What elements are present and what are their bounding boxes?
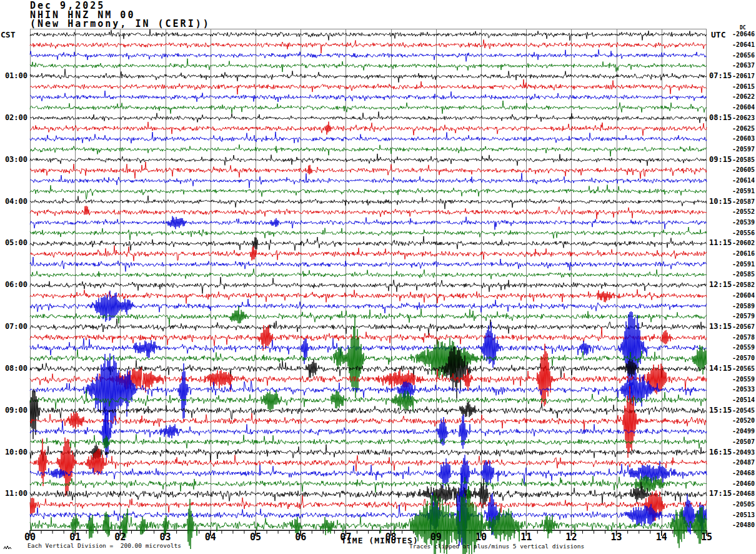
dc-offset-value: -20597 [732,146,755,153]
dc-offset-value: -20520 [732,417,755,424]
trace-row-8 [30,112,707,123]
dc-offset-value: -20468 [732,470,755,476]
dc-label: DC [740,25,746,31]
trace-row-42 [30,455,707,495]
trace-row-27 [30,306,707,325]
trace-row-40 [30,444,707,461]
dc-offset-value: -20514 [732,396,755,403]
dc-offset-value: -20533 [732,386,755,393]
trace-row-11 [30,144,707,156]
dc-offset-value: -20591 [732,188,755,194]
plot-header: Dec 9,2025NHIN HNZ NM 00(New Harmony, IN… [30,1,211,29]
trace-row-18 [30,216,707,230]
header-location: (New Harmony, IN (CERI)) [30,19,211,29]
dc-offset-value: -20480 [732,521,755,528]
trace-row-28 [30,319,707,335]
trace-row-41 [30,438,707,496]
cst-hour-label: 01:00 [1,71,27,80]
cst-hour-label: 02:00 [1,113,27,122]
trace-row-2 [30,49,707,61]
dc-offset-value: -20507 [732,438,755,445]
dc-offset-value: -20603 [732,135,755,142]
cst-hour-label: 04:00 [1,197,27,206]
dc-offset-value: -20585 [732,156,755,163]
trace-row-24 [30,277,707,293]
dc-offset-value: -20559 [732,376,755,383]
cst-hour-label: 05:00 [1,238,27,247]
dc-offset-value: -20552 [732,208,755,215]
trace-row-10 [30,132,707,143]
dc-offset-value: -20646 [732,31,755,38]
trace-row-6 [30,91,707,102]
trace-row-13 [30,162,707,179]
dc-offset-value: -20487 [732,459,755,466]
dc-offset-value: -20559 [732,344,755,351]
trace-row-12 [30,154,707,166]
dc-offset-value: -20625 [732,125,755,132]
dc-offset-value: -20622 [732,93,755,100]
dc-offset-value: -20567 [732,323,755,330]
dc-offset-value: -20617 [732,73,755,79]
dc-offset-value: -20616 [732,250,755,257]
cst-hour-label: 10:00 [1,448,27,456]
dc-offset-value: -20591 [732,261,755,268]
utc-hour-label: 11:15 [709,238,732,247]
trace-row-1 [30,40,707,54]
dc-offset-value: -20604 [732,292,755,299]
dc-offset-value: -20570 [732,355,755,361]
dc-offset-value: -20589 [732,303,755,310]
trace-row-23 [30,269,707,280]
dc-offset-value: -20460 [732,480,755,487]
dc-offset-value: -20578 [732,334,755,341]
trace-row-43 [30,475,707,493]
utc-hour-label: 08:15 [709,113,732,122]
dc-offset-value: -20614 [732,177,755,184]
dc-offset-value: -20556 [732,229,755,236]
dc-offset-value: -20493 [732,449,755,456]
trace-row-5 [30,79,707,94]
dc-offset-value: -20505 [732,501,755,508]
trace-row-4 [30,69,707,82]
utc-hour-label: 14:15 [709,364,732,373]
dc-offset-value: -20602 [732,239,755,246]
dc-offset-value: -20604 [732,104,755,111]
trace-row-15 [30,185,707,199]
dc-offset-value: -20468 [732,490,755,497]
scale-note: Each Vertical Division = 200.00 microvol… [27,542,181,549]
dc-offset-value: -20587 [732,198,755,205]
dc-offset-value: -20513 [732,511,755,518]
dc-offset-value: -20641 [732,41,755,48]
left-axis-title: CST [1,30,15,39]
trace-row-14 [30,173,707,188]
trace-row-7 [30,101,707,114]
trace-row-19 [30,227,707,240]
cst-hour-label: 08:00 [1,364,27,373]
cst-hour-label: 09:00 [1,406,27,415]
dc-offset-value: -20545 [732,407,755,414]
trace-row-25 [30,290,707,304]
seismogram-plot [30,29,707,530]
trace-row-39 [30,434,707,448]
dc-offset-value: -20565 [732,365,755,372]
dc-offset-value: -20539 [732,219,755,226]
trace-row-20 [30,236,707,251]
dc-offset-value: -20499 [732,428,755,435]
trace-row-16 [30,196,707,209]
trace-row-3 [30,59,707,72]
dc-offset-value: -20582 [732,281,755,288]
dc-offset-value: -20637 [732,62,755,69]
dc-offset-value: -20579 [732,313,755,320]
dc-offset-value: -20623 [732,114,755,121]
helicorder-screen: Dec 9,2025NHIN HNZ NM 00(New Harmony, IN… [0,0,756,554]
dc-offset-value: -20656 [732,52,755,59]
trace-row-45 [30,490,707,521]
utc-hour-label: 10:15 [709,197,732,206]
dc-offset-value: -20605 [732,166,755,173]
trace-row-9 [30,122,707,136]
utc-hour-label: 15:15 [709,406,732,415]
scale-marker-icon [3,545,12,551]
utc-hour-label: 16:15 [709,448,732,456]
trace-row-0 [30,29,707,41]
cst-hour-label: 06:00 [1,280,27,289]
utc-hour-label: 09:15 [709,155,732,164]
